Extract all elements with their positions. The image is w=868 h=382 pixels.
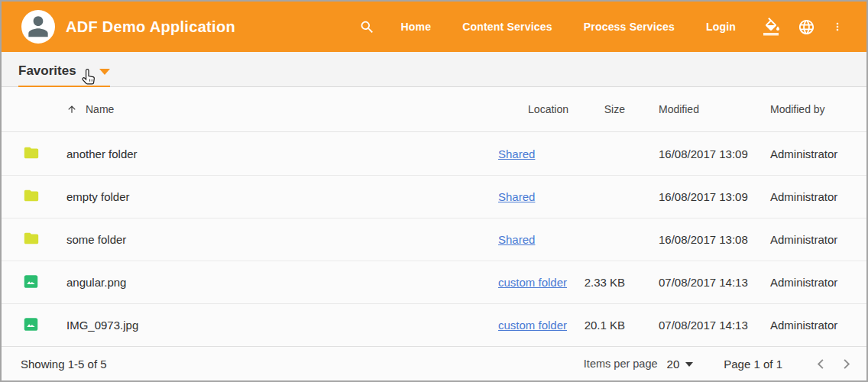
person-icon [24,11,53,44]
column-header-modified[interactable]: Modified [625,103,747,115]
files-table: Name Location Size Modified Modified by … [2,87,866,346]
app-title: ADF Demo Application [66,18,235,36]
column-header-size[interactable]: Size [570,103,625,115]
table-row[interactable]: angular.png custom folder 2.33 KB 07/08/… [2,261,866,303]
nav-home[interactable]: Home [400,21,431,33]
sort-ascending-icon [66,104,77,115]
folder-icon [23,230,40,249]
main-nav: Home Content Services Process Services L… [400,21,736,33]
modified-by: Administrator [747,319,854,332]
modified-by: Administrator [747,233,854,246]
items-per-page-value: 20 [667,358,680,371]
location-link[interactable]: custom folder [498,319,567,332]
folder-icon [23,187,40,206]
file-name[interactable]: empty folder [66,190,484,203]
file-name[interactable]: another folder [66,147,484,160]
nav-login[interactable]: Login [706,21,736,33]
search-icon[interactable] [359,19,375,35]
nav-process-services[interactable]: Process Services [584,21,675,33]
modified-date: 16/08/2017 13:08 [625,233,747,246]
more-options-icon[interactable] [831,19,844,34]
modified-date: 16/08/2017 13:09 [625,190,747,203]
modified-date: 07/08/2017 14:13 [625,319,747,332]
file-name[interactable]: IMG_0973.jpg [66,319,484,332]
image-file-icon [23,274,39,292]
column-header-modified-by[interactable]: Modified by [747,103,854,115]
adf-demo-app-window: ADF Demo Application Home Content Servic… [0,0,868,382]
document-list-toolbar: Favorites [2,52,866,87]
select-caret-icon [685,362,693,367]
color-fill-icon[interactable] [763,18,782,36]
table-row[interactable]: IMG_0973.jpg custom folder 20.1 KB 07/08… [2,303,866,346]
language-globe-icon[interactable] [798,18,815,36]
avatar[interactable] [21,10,55,44]
location-link[interactable]: Shared [498,233,535,246]
location-link[interactable]: Shared [498,147,535,160]
location-link[interactable]: Shared [498,190,535,203]
file-name[interactable]: some folder [66,233,484,246]
page-info: Page 1 of 1 [724,358,782,371]
table-header-row: Name Location Size Modified Modified by [2,87,866,132]
dropdown-caret-icon [99,69,110,75]
hand-cursor-pointer [80,67,99,89]
items-per-page-label: Items per page [584,358,658,370]
table-row[interactable]: another folder Shared 16/08/2017 13:09 A… [2,132,866,175]
app-header: ADF Demo Application Home Content Servic… [2,2,866,52]
table-row[interactable]: some folder Shared 16/08/2017 13:08 Admi… [2,218,866,261]
showing-count: Showing 1-5 of 5 [21,358,107,371]
folder-icon [23,144,40,163]
table-row[interactable]: empty folder Shared 16/08/2017 13:09 Adm… [2,175,866,218]
next-page-icon[interactable] [836,354,856,374]
pagination-footer: Showing 1-5 of 5 Items per page 20 Page … [2,346,866,380]
modified-by: Administrator [747,190,854,203]
file-size: 2.33 KB [570,276,625,289]
modified-date: 16/08/2017 13:09 [625,147,747,160]
items-per-page-select[interactable]: 20 [667,358,694,371]
file-name[interactable]: angular.png [66,276,484,289]
image-file-icon [23,316,39,335]
modified-by: Administrator [747,276,854,289]
column-header-name[interactable]: Name [66,103,484,115]
modified-date: 07/08/2017 14:13 [625,276,747,289]
file-size: 20.1 KB [570,319,625,332]
modified-by: Administrator [747,147,854,160]
favorites-title: Favorites [18,63,76,79]
column-header-location[interactable]: Location [484,103,570,115]
nav-content-services[interactable]: Content Services [462,21,552,33]
previous-page-icon[interactable] [811,354,831,374]
location-link[interactable]: custom folder [498,276,567,289]
